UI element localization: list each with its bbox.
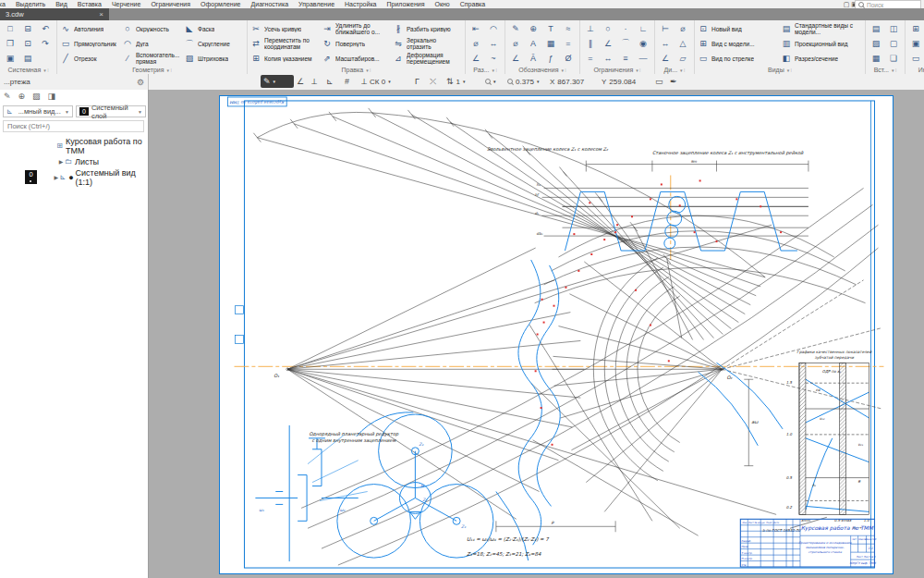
measure-area-icon[interactable]: △ xyxy=(675,36,690,50)
measure-info-icon[interactable]: ▱ xyxy=(675,51,690,65)
construction-line-button[interactable]: ∕Вспомогатель... прямая xyxy=(122,51,182,66)
dimension-radial-icon[interactable]: ◠ xyxy=(486,21,501,35)
menu-item[interactable]: Выделить xyxy=(16,0,45,8)
roughness-icon[interactable]: ✎ xyxy=(508,21,523,35)
rotate-button[interactable]: ↻Повернуть xyxy=(322,36,391,51)
menu-item[interactable]: Вставка xyxy=(78,0,102,8)
circle-tool-button[interactable]: ○Окружность xyxy=(122,21,182,36)
segment-button[interactable]: ╱Отрезок xyxy=(60,51,120,66)
view-by-arrow-button[interactable]: ▭Вид по стрелке xyxy=(698,51,779,66)
arc-tool-button[interactable]: ◠Дуга xyxy=(122,36,182,51)
tree-item-sheets[interactable]: ▶ 🗀 Листы xyxy=(0,154,149,169)
menu-item[interactable]: Управление xyxy=(298,0,334,8)
deform-move-button[interactable]: ⊿Деформация перемещением xyxy=(393,51,462,66)
menu-item[interactable]: Диагностика xyxy=(251,0,289,8)
ortho-icon[interactable]: ∠ xyxy=(294,75,307,88)
insert-picture-icon[interactable]: ▨ xyxy=(869,36,883,50)
measure-diameter-icon[interactable]: ⌀ xyxy=(675,21,690,35)
group-expand-icon[interactable]: ▾ ⁞ xyxy=(492,68,497,73)
menu-item[interactable]: Оформление xyxy=(201,0,240,8)
menu-item[interactable]: Справка xyxy=(460,0,485,8)
group-expand-icon[interactable]: ▾ ⁞ xyxy=(892,68,896,73)
insert-object-icon[interactable]: ◫ xyxy=(886,21,901,35)
chamfer-button[interactable]: ◣Фаска xyxy=(184,21,244,36)
group-expand-icon[interactable]: ▾ ⁞ xyxy=(787,68,792,73)
center-mark-icon[interactable]: Ø xyxy=(561,51,576,65)
ruler-icon[interactable]: ▭ xyxy=(652,75,666,88)
fix-icon[interactable]: — xyxy=(636,51,650,65)
dimension-angular-icon[interactable]: ∠ xyxy=(468,51,483,65)
section-view-button[interactable]: ◧Разрез/сечение xyxy=(781,51,862,66)
standard-views-button[interactable]: ▤Стандартные виды с модели... xyxy=(781,21,862,36)
tree-search-input[interactable] xyxy=(3,120,144,132)
save-icon[interactable]: ▣ xyxy=(3,51,18,65)
concentric-icon[interactable]: ◉ xyxy=(636,36,650,50)
document-tab[interactable]: 3.cdw × xyxy=(0,8,109,20)
new-doc-icon[interactable]: □ xyxy=(3,21,18,35)
hatch-button[interactable]: ▨Штриховка xyxy=(184,51,244,66)
group-expand-icon[interactable]: ▾ ⁞ xyxy=(636,68,640,73)
tree-item-document[interactable]: ⊞ Курсовая работа по ТММ xyxy=(0,138,149,154)
gear-icon[interactable]: ⚙ xyxy=(137,78,144,87)
menu-item[interactable]: Черчение xyxy=(112,0,141,8)
menu-item[interactable]: Приложения xyxy=(387,0,425,8)
fillet-button[interactable]: ⌒Скругление xyxy=(184,36,244,51)
filter-icon[interactable]: ⊕ xyxy=(18,92,26,101)
eyedropper-icon[interactable]: ✒ xyxy=(667,75,680,88)
snap-settings-icon[interactable]: ▣ xyxy=(908,36,923,50)
menu-item[interactable]: Настройка xyxy=(345,0,376,8)
tangent-icon[interactable]: ○ xyxy=(601,21,615,35)
grid-tool-icon[interactable]: ⊞ xyxy=(908,21,923,35)
group-expand-icon[interactable]: ▾ ⁞ xyxy=(366,68,371,73)
equal-sign-icon[interactable]: = xyxy=(561,36,576,50)
zoom-value-dropdown[interactable]: 0.375▾ xyxy=(505,75,542,88)
angle-constraint-icon[interactable]: ∠ xyxy=(601,36,615,50)
parallel-icon[interactable]: ∥ xyxy=(583,36,598,50)
menu-item[interactable]: Ограничения xyxy=(151,0,190,8)
measure-distance-icon[interactable]: ⊢ xyxy=(658,21,673,35)
right-angle-icon[interactable]: ∟ xyxy=(636,21,650,35)
corner-snap-icon[interactable]: Γ xyxy=(412,75,422,88)
perpendicular-icon[interactable]: ⊥ xyxy=(583,21,598,35)
autoline-button[interactable]: ∿Автолиния xyxy=(60,21,120,36)
coordinate-system-dropdown[interactable]: ⟂СК 0▾ xyxy=(359,75,394,88)
menu-item[interactable]: Вид xyxy=(55,0,67,8)
point-on-curve-icon[interactable]: · xyxy=(618,21,633,35)
equal-icon[interactable]: = xyxy=(583,51,598,65)
close-icon[interactable]: × xyxy=(99,10,103,18)
datum-icon[interactable]: ⊕ xyxy=(526,21,541,35)
rectangle-button[interactable]: ▭Прямоугольник xyxy=(60,36,120,51)
dimension-diameter-icon[interactable]: ⌀ xyxy=(468,36,483,50)
image-icon[interactable]: ▨ xyxy=(32,92,41,101)
insert-view-icon[interactable]: ▤ xyxy=(869,21,883,35)
group-expand-icon[interactable]: ▾ ⁞ xyxy=(167,68,172,73)
menu-item[interactable]: Окно xyxy=(434,0,449,8)
horizontal-icon[interactable]: ↔ xyxy=(601,51,615,65)
view-dropdown[interactable]: ⊾ ...мный вид...▼ xyxy=(3,105,73,117)
dimension-linear-icon[interactable]: ↔ xyxy=(486,36,501,50)
insert-region-icon[interactable]: ▢ xyxy=(886,36,901,50)
arc-constraint-icon[interactable]: ⌒ xyxy=(618,36,633,50)
angle-sign-icon[interactable]: ∠ xyxy=(508,51,523,65)
pencil-icon[interactable]: ✎ xyxy=(4,92,11,101)
redo-icon[interactable]: ↷ xyxy=(38,36,53,50)
undo-icon[interactable]: ↶ xyxy=(38,21,53,35)
drawing-sheet[interactable]: Курсовая работа по ТММ xyxy=(219,95,894,574)
menu-item[interactable]: Правка xyxy=(0,0,6,8)
chevron-right-icon[interactable]: ▶ xyxy=(57,158,65,165)
scale-tool-button[interactable]: ⇗Масштабиров... xyxy=(322,51,391,66)
new-view-button[interactable]: ⊡Новый вид xyxy=(698,21,779,36)
group-expand-icon[interactable]: ▾ ⁞ xyxy=(680,68,685,73)
draw-mode-button[interactable]: ✎▾ xyxy=(261,75,294,88)
note-text-icon[interactable]: A xyxy=(526,36,541,50)
snap-icon[interactable]: ⤫ xyxy=(427,75,439,88)
collinear-icon[interactable]: ≡ xyxy=(618,51,633,65)
diameter-sign-icon[interactable]: ⌀ xyxy=(508,36,523,50)
move-by-coords-button[interactable]: ⇄Переместить по координатам xyxy=(250,36,320,51)
leader-text-icon[interactable]: Ā xyxy=(526,51,541,65)
layer-dropdown[interactable]: 0 Системный слой▼ xyxy=(76,105,146,117)
zoom-tool-dropdown[interactable]: ▾ xyxy=(482,75,499,88)
tolerance-icon[interactable]: ƒ xyxy=(543,51,558,65)
sheet-icon[interactable]: ◨ xyxy=(48,92,56,101)
trim-curve-button[interactable]: ✂Усечь кривую xyxy=(250,21,320,36)
